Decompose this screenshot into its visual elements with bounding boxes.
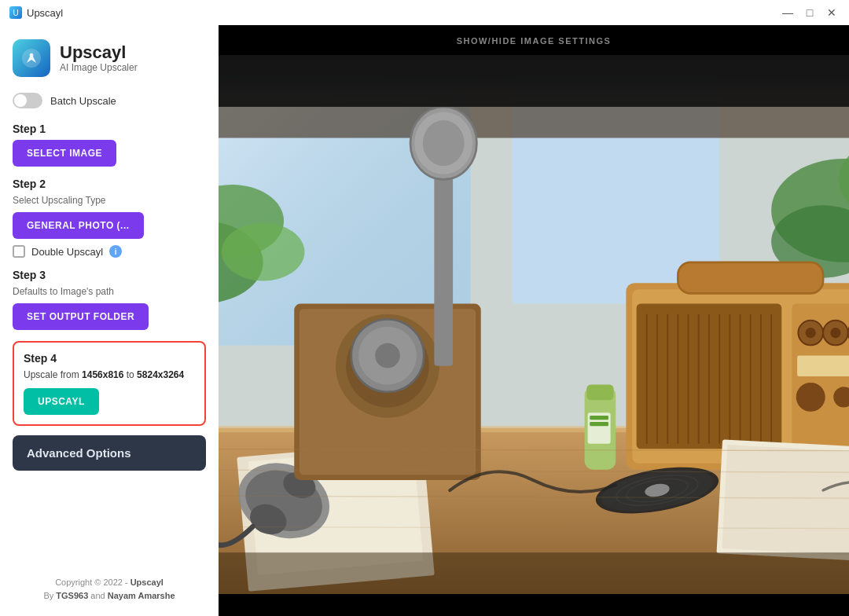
app-icon-small: U: [9, 6, 22, 19]
svg-point-1: [30, 53, 34, 57]
bottom-bar: [219, 594, 849, 616]
app-title-block: Upscayl AI Image Upscaler: [60, 43, 138, 73]
upscale-from: 1456x816: [82, 369, 123, 380]
workshop-scene-svg: [219, 55, 849, 594]
svg-rect-81: [219, 55, 849, 107]
svg-rect-35: [586, 385, 613, 401]
footer-line2: By TGS963 and Nayam Amarshe: [13, 589, 206, 603]
double-upscayl-info-badge[interactable]: i: [109, 245, 122, 258]
app-subtitle: AI Image Upscaler: [60, 62, 138, 73]
app-header: Upscayl AI Image Upscaler: [13, 39, 206, 77]
sidebar: Upscayl AI Image Upscaler Batch Upscale …: [0, 25, 219, 616]
footer-author1: TGS963: [56, 591, 88, 600]
show-hide-label[interactable]: SHOW/HIDE IMAGE SETTINGS: [457, 36, 612, 46]
svg-point-11: [222, 223, 305, 281]
upscale-info-mid: to: [123, 369, 137, 380]
upscale-to: 5824x3264: [137, 369, 184, 380]
batch-upscale-label: Batch Upscale: [50, 95, 116, 107]
footer-brand: Upscayl: [130, 578, 164, 587]
batch-upscale-row: Batch Upscale: [13, 93, 206, 108]
svg-rect-38: [590, 422, 608, 426]
svg-point-60: [806, 328, 816, 338]
step2-subtitle: Select Upscaling Type: [13, 195, 206, 206]
batch-upscale-toggle[interactable]: [13, 93, 42, 108]
footer-line1: Copyright © 2022 - Upscayl: [13, 576, 206, 590]
sidebar-footer: Copyright © 2022 - Upscayl By TGS963 and…: [13, 565, 206, 616]
double-upscayl-checkbox[interactable]: [13, 245, 25, 258]
image-display: [219, 55, 849, 594]
step3-subtitle: Defaults to Image's path: [13, 286, 206, 297]
upscale-info-prefix: Upscale from: [24, 369, 82, 380]
svg-rect-80: [219, 552, 849, 594]
step4-title: Step 4: [24, 352, 195, 365]
step1-title: Step 1: [13, 123, 206, 135]
svg-point-64: [796, 383, 825, 412]
svg-rect-41: [678, 262, 823, 294]
advanced-options-button[interactable]: Advanced Options: [13, 435, 206, 471]
window-controls: — □ ✕: [780, 5, 840, 20]
app-name: Upscayl: [60, 43, 138, 62]
minimize-button[interactable]: —: [780, 5, 796, 20]
app-logo: [13, 39, 50, 77]
close-button[interactable]: ✕: [824, 5, 840, 20]
step3-section: Step 3 Defaults to Image's path SET OUTP…: [13, 269, 206, 330]
show-hide-banner[interactable]: SHOW/HIDE IMAGE SETTINGS: [219, 25, 849, 55]
upscayl-button[interactable]: UPSCAYL: [24, 388, 99, 415]
step4-box: Step 4 Upscale from 1456x816 to 5824x326…: [13, 341, 206, 426]
main-layout: Upscayl AI Image Upscaler Batch Upscale …: [0, 25, 849, 616]
step2-section: Step 2 Select Upscaling Type GENERAL PHO…: [13, 178, 206, 258]
title-bar: U Upscayl — □ ✕: [0, 0, 849, 25]
svg-point-33: [423, 120, 465, 166]
footer-author2: Nayam Amarshe: [108, 591, 175, 600]
upscaling-type-button[interactable]: GENERAL PHOTO (...: [13, 212, 144, 239]
upscale-info: Upscale from 1456x816 to 5824x3264: [24, 369, 195, 380]
maximize-button[interactable]: □: [802, 5, 818, 20]
svg-rect-37: [590, 416, 608, 420]
double-upscayl-row: Double Upscayl i: [13, 245, 206, 258]
svg-point-29: [375, 343, 400, 368]
title-bar-title: Upscayl: [27, 7, 63, 19]
set-output-folder-button[interactable]: SET OUTPUT FOLDER: [13, 303, 149, 330]
select-image-button[interactable]: SELECT IMAGE: [13, 140, 116, 167]
svg-rect-73: [722, 445, 849, 556]
double-upscayl-label: Double Upscayl: [31, 246, 103, 258]
step2-title: Step 2: [13, 178, 206, 190]
svg-point-61: [830, 328, 840, 338]
content-area: SHOW/HIDE IMAGE SETTINGS: [219, 25, 849, 616]
title-bar-left: U Upscayl: [9, 6, 63, 19]
step1-section: Step 1 SELECT IMAGE: [13, 123, 206, 167]
svg-rect-63: [797, 356, 849, 376]
step3-title: Step 3: [13, 269, 206, 281]
